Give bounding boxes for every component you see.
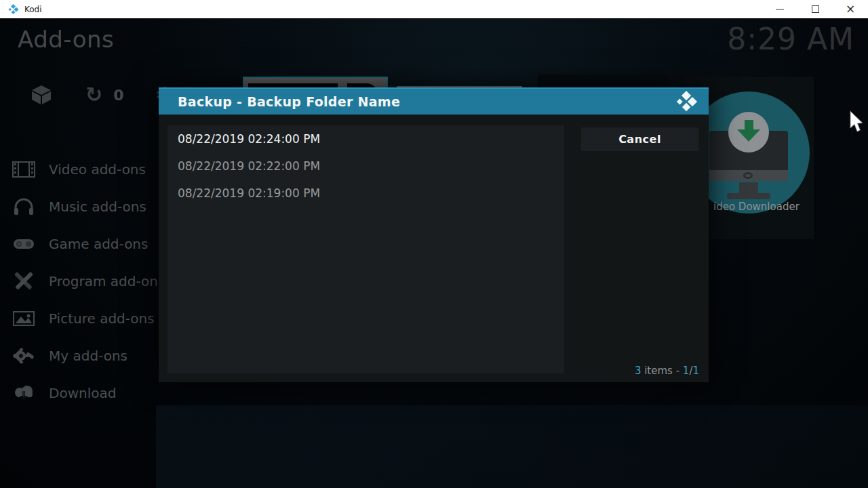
backup-list: 08/22/2019 02:24:00 PM 08/22/2019 02:22:… <box>167 125 564 373</box>
addon-package-icon[interactable] <box>30 84 53 106</box>
page-current: 1 <box>683 365 690 377</box>
backup-dialog: Backup - Backup Folder Name 08/22/2019 0… <box>159 87 709 382</box>
backup-list-item[interactable]: 08/22/2019 02:19:00 PM <box>167 180 564 207</box>
sidebar-item-label: My add-ons <box>49 348 127 364</box>
cloud-download-icon <box>12 383 35 403</box>
sidebar-item-label: Game add-ons <box>49 236 148 252</box>
kodi-logo-icon <box>675 91 699 113</box>
sidebar-item-label: Picture add-ons <box>49 310 155 327</box>
sidebar-item-label: Music add-ons <box>49 199 146 215</box>
monitor-icon <box>743 172 753 179</box>
download-arrow-icon <box>728 112 769 152</box>
close-button[interactable]: × <box>833 0 868 18</box>
backup-list-item[interactable]: 08/22/2019 02:22:00 PM <box>167 152 564 180</box>
maximize-icon <box>812 5 819 13</box>
minimize-icon <box>776 9 784 9</box>
headphones-icon <box>12 197 35 217</box>
window-titlebar: Kodi × <box>0 0 868 19</box>
dialog-title: Backup - Backup Folder Name <box>178 94 400 109</box>
cancel-button[interactable]: Cancel <box>581 127 698 151</box>
addon-tile-label: ideo Downloader <box>713 201 800 213</box>
clock: 8:29 AM <box>727 22 854 56</box>
item-count: 3 <box>635 365 642 377</box>
kodi-app-icon <box>8 4 19 15</box>
minimize-button[interactable] <box>762 0 797 18</box>
refresh-icon[interactable]: ↻ <box>85 85 102 105</box>
page-title: Add-ons <box>18 26 114 53</box>
film-strip-icon <box>12 159 35 180</box>
window-title: Kodi <box>24 5 42 14</box>
sidebar-item-label: Video add-ons <box>49 161 146 178</box>
gear-wrench-icon <box>12 346 35 366</box>
background-panel <box>156 405 868 488</box>
mouse-cursor <box>849 110 865 136</box>
tools-icon <box>12 271 35 291</box>
gamepad-icon <box>12 234 35 254</box>
picture-icon <box>12 308 35 329</box>
close-icon: × <box>846 3 855 15</box>
items-text: items - <box>641 365 682 377</box>
monitor-icon <box>739 182 758 193</box>
page-total: 1 <box>692 365 699 377</box>
maximize-button[interactable] <box>797 0 833 18</box>
backup-list-item[interactable]: 08/22/2019 02:24:00 PM <box>167 125 564 152</box>
sidebar-item-label: Program add-ons <box>49 273 165 289</box>
monitor-icon <box>727 193 770 199</box>
addons-toolbar: ↻ 0 ⚙ <box>30 83 174 107</box>
items-count-status: 3 items - 1/1 <box>635 365 699 377</box>
update-count: 0 <box>113 87 123 104</box>
window-controls: × <box>762 0 868 18</box>
dialog-header: Backup - Backup Folder Name <box>159 87 709 115</box>
sidebar-item-label: Download <box>49 385 116 401</box>
